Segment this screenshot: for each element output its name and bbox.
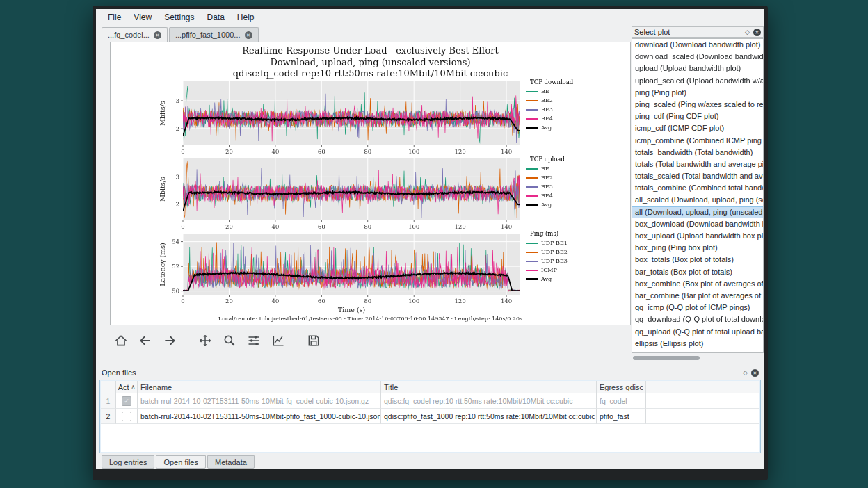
- table-row[interactable]: 2batch-rrul-2014-10-02T153111-50ms-10Mbi…: [101, 409, 760, 424]
- active-cell: ✓: [116, 393, 138, 409]
- plot-list-item[interactable]: box_totals (Box plot of totals): [632, 254, 763, 266]
- legend-line-swatch: [526, 186, 538, 188]
- legend-entry: Avg: [526, 200, 609, 209]
- active-cell: [116, 409, 138, 424]
- legend-entry: BE: [526, 87, 609, 96]
- column-header-act[interactable]: Act∧: [116, 381, 138, 393]
- plot-list-horizontal-scrollbar[interactable]: [632, 355, 764, 361]
- legend-label: BE3: [541, 184, 553, 190]
- filler-cell: [646, 393, 760, 409]
- filename-cell: batch-rrul-2014-10-02T153111-50ms-10Mbit…: [138, 409, 381, 424]
- plot-list-item[interactable]: upload_scaled (Upload bandwidth w/axes s…: [632, 75, 763, 87]
- plot-list-item[interactable]: icmp_cdf (ICMP CDF plot): [632, 122, 763, 134]
- legend-1: TCP downloadBEBE2BE3BE4Avg: [526, 79, 609, 132]
- select-plot-dock-header: Select plot ◇ ✕: [632, 26, 764, 38]
- plot-list-item[interactable]: all (Download, upload, ping (unscaled ve…: [632, 206, 763, 218]
- toolbar-subplots-button[interactable]: [244, 331, 264, 350]
- close-icon[interactable]: ✕: [751, 369, 759, 377]
- menu-data[interactable]: Data: [201, 10, 231, 24]
- legend-entry: Avg: [526, 123, 609, 132]
- toolbar-home-button[interactable]: [111, 331, 131, 350]
- open-files-table-area: Act∧FilenameTitleEgress qdisc1✓batch-rru…: [99, 380, 761, 453]
- plot-list-item[interactable]: totals_combine (Combined total bandwidth…: [632, 182, 763, 194]
- plot-list-item[interactable]: qq_icmp (Q-Q plot of ICMP pings): [632, 302, 763, 314]
- document-tab-1[interactable]: ...fq_codel...✕: [102, 27, 168, 42]
- open-files-dock: Open files ◇ ✕ Act∧FilenameTitleEgress q…: [97, 367, 763, 455]
- plot-list-item[interactable]: ellipsis (Ellipsis plot): [632, 338, 763, 350]
- plot-list-item[interactable]: icmp_combine (Combined ICMP ping plot): [632, 135, 763, 147]
- legend-entry: BE3: [526, 182, 609, 191]
- plot-list: download (Download bandwidth plot)downlo…: [632, 38, 764, 353]
- plot-list-item[interactable]: ping_scaled (Ping w/axes scaled to remov…: [632, 99, 763, 111]
- plot-list-item[interactable]: ping_cdf (Ping CDF plot): [632, 111, 763, 122]
- legend-title: TCP upload: [526, 156, 609, 163]
- plot-list-item[interactable]: box_upload (Upload bandwidth box plot): [632, 230, 763, 242]
- plot-list-item[interactable]: qq_upload (Q-Q plot of total upload band…: [632, 326, 763, 338]
- column-header-filler: [646, 381, 760, 393]
- plot-list-item[interactable]: totals_scaled (Total bandwidth and avera…: [632, 170, 763, 182]
- float-icon[interactable]: ◇: [745, 29, 750, 36]
- plot-list-item[interactable]: box_download (Download bandwidth box plo…: [632, 218, 763, 230]
- toolbar-zoom-button[interactable]: [220, 331, 239, 350]
- legend-entry: BE2: [526, 173, 609, 182]
- plot-list-item[interactable]: upload (Upload bandwidth plot): [632, 63, 763, 74]
- legend-entry: BE: [526, 164, 609, 173]
- plot-list-item[interactable]: download (Download bandwidth plot): [632, 39, 763, 51]
- plot-list-item[interactable]: totals_bandwidth (Total bandwidth): [632, 147, 763, 158]
- tab-metadata[interactable]: Metadata: [207, 455, 255, 469]
- plot-list-item[interactable]: all_scaled (Download, upload, ping (scal…: [632, 194, 763, 206]
- plot-list-item[interactable]: qq_download (Q-Q plot of total download …: [632, 314, 763, 325]
- plot-list-item[interactable]: bar_totals (Box plot of totals): [632, 266, 763, 278]
- scrollbar-thumb[interactable]: [633, 356, 700, 360]
- active-checkbox[interactable]: ✓: [122, 396, 131, 406]
- menu-settings[interactable]: Settings: [158, 10, 200, 24]
- menu-file[interactable]: File: [102, 10, 127, 24]
- menu-bar: FileViewSettingsDataHelp: [96, 9, 764, 26]
- plot-list-item[interactable]: box_combine (Box plot of averages of sev…: [632, 278, 763, 290]
- tab-label: ...fq_codel...: [108, 31, 150, 39]
- tab-log-entries[interactable]: Log entries: [102, 455, 154, 469]
- egress-qdisc-cell: pfifo_fast: [597, 409, 646, 424]
- toolbar-save-button[interactable]: [304, 331, 323, 350]
- legend-label: BE2: [541, 174, 553, 181]
- column-header-egress-qdisc[interactable]: Egress qdisc: [597, 381, 646, 393]
- float-icon[interactable]: ◇: [743, 369, 748, 377]
- toolbar-pan-button[interactable]: [195, 331, 215, 350]
- legend-entry: BE4: [526, 114, 609, 123]
- menu-help[interactable]: Help: [231, 10, 261, 24]
- figure-title-line1: Realtime Response Under Load - exclusive…: [111, 45, 630, 57]
- legend-label: BE: [541, 88, 549, 95]
- tab-label: ...pfifo_fast_1000...: [175, 31, 241, 39]
- app-window: FileViewSettingsDataHelp ...fq_codel...✕…: [93, 6, 768, 480]
- plot-list-item[interactable]: box_ping (Ping box plot): [632, 242, 763, 254]
- close-icon[interactable]: ✕: [753, 29, 761, 36]
- legend-label: BE2: [541, 97, 553, 104]
- figure-title: Realtime Response Under Load - exclusive…: [111, 45, 630, 80]
- toolbar-back-button[interactable]: [136, 331, 155, 350]
- column-header-filename[interactable]: Filename: [138, 381, 381, 393]
- plot-list-item[interactable]: ping (Ping plot): [632, 87, 763, 99]
- plot-list-item[interactable]: bar_combine (Bar plot of averages of sev…: [632, 290, 763, 302]
- document-tab-2[interactable]: ...pfifo_fast_1000...✕: [169, 27, 259, 42]
- table-row[interactable]: 1✓batch-rrul-2014-10-02T153111-50ms-10Mb…: [101, 393, 760, 409]
- filler-cell: [646, 409, 760, 424]
- legend-entry: Avg: [526, 275, 609, 284]
- plot-list-item[interactable]: totals (Total bandwidth and average ping…: [632, 158, 763, 170]
- toolbar-forward-button[interactable]: [160, 331, 179, 350]
- table-header-row: Act∧FilenameTitleEgress qdisc: [101, 381, 760, 393]
- legend-entry: UDP BE1: [526, 238, 609, 247]
- close-icon[interactable]: ✕: [245, 31, 252, 39]
- legend-line-swatch: [526, 204, 538, 206]
- legend-label: UDP BE1: [541, 240, 568, 246]
- figure-toolbar: [111, 329, 323, 352]
- legend-2: TCP uploadBEBE2BE3BE4Avg: [526, 156, 609, 209]
- plot-list-item[interactable]: download_scaled (Download bandwidth w/ax…: [632, 51, 763, 63]
- tab-open-files[interactable]: Open files: [156, 455, 206, 469]
- legend-title: Ping (ms): [526, 230, 609, 237]
- toolbar-customize-button[interactable]: [268, 331, 288, 350]
- menu-view[interactable]: View: [127, 10, 158, 24]
- column-header-title[interactable]: Title: [381, 381, 597, 393]
- active-checkbox[interactable]: [122, 412, 131, 421]
- legend-title: TCP download: [526, 79, 609, 86]
- close-icon[interactable]: ✕: [154, 31, 161, 39]
